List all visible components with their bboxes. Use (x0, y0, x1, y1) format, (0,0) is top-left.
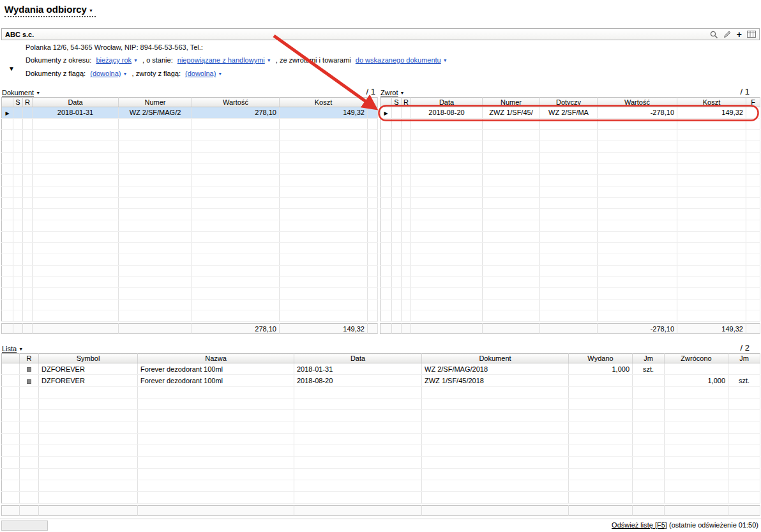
cell-jm1[interactable]: szt. (633, 363, 665, 375)
cell-sel[interactable] (2, 375, 20, 386)
search-icon[interactable] (709, 30, 718, 39)
data-row[interactable]: 2018-01-31WZ 2/SF/MAG/2278,10149,32 (2, 107, 378, 119)
returns-menu[interactable]: Zwrot (380, 89, 404, 96)
cell-wydano[interactable]: 1,000 (569, 363, 633, 375)
cell-r[interactable] (23, 107, 33, 119)
cell-arrow[interactable] (380, 107, 392, 119)
cell-dotyczy[interactable]: WZ 2/SF/MA (540, 107, 598, 119)
column-header-R[interactable]: R (20, 354, 39, 363)
cell-numer[interactable]: WZ 2/SF/MAG/2 (119, 107, 192, 119)
cell-wydano[interactable] (569, 375, 633, 386)
column-header-S[interactable]: S (13, 98, 23, 107)
table-columns-icon[interactable] (747, 30, 756, 38)
page-title[interactable]: Wydania odbiorcy (4, 4, 96, 17)
cell-wartosc (192, 277, 280, 288)
column-header-Data[interactable]: Data (33, 98, 119, 107)
data-row[interactable]: 2018-08-20ZWZ 1/SF/45/WZ 2/SF/MA-278,101… (380, 107, 760, 119)
refresh-link[interactable]: Odśwież listę [F5] (612, 521, 667, 529)
filter-target-doc-dropdown[interactable]: do wskazanego dokumentu (356, 56, 448, 64)
cell-arrow[interactable] (2, 107, 13, 119)
cell-f[interactable] (746, 107, 760, 119)
cell-r[interactable] (20, 363, 39, 375)
cell-arrow (2, 254, 13, 265)
cell-nazwa[interactable]: Forever dezodorant 100ml (138, 375, 294, 386)
empty-row (2, 209, 378, 220)
cell-zwrocono (665, 422, 728, 433)
column-header-Data[interactable]: Data (294, 354, 422, 363)
cell-data (33, 254, 119, 265)
column-header-Data[interactable]: Data (411, 98, 483, 107)
cell-zwrocono[interactable]: 1,000 (665, 375, 728, 386)
cell-sel[interactable] (2, 363, 20, 375)
column-header-Symbol[interactable]: Symbol (39, 354, 138, 363)
add-plus-icon[interactable] (737, 31, 742, 38)
cell-r[interactable] (20, 375, 39, 386)
cell-dokument[interactable]: ZWZ 1/SF/45/2018 (422, 375, 569, 386)
column-header-R[interactable]: R (23, 98, 33, 107)
empty-row (2, 422, 760, 433)
customer-selector-bar[interactable]: ABC s.c. (1, 28, 760, 40)
cell-arrow (380, 186, 392, 197)
column-header-Numer[interactable]: Numer (483, 98, 540, 107)
cell-jm2[interactable]: szt. (728, 375, 760, 386)
cell-r[interactable] (402, 107, 411, 119)
cell-koszt[interactable]: 149,32 (677, 107, 746, 119)
column-header-sel[interactable] (2, 354, 20, 363)
column-header-Zwrócono[interactable]: Zwrócono (665, 354, 728, 363)
column-header-Wartość[interactable]: Wartość (192, 98, 280, 107)
edit-pencil-icon[interactable] (723, 30, 732, 38)
page-title-text: Wydania odbiorcy (4, 4, 87, 15)
cell-nazwa (138, 457, 294, 468)
cell-f[interactable] (368, 107, 378, 119)
column-header-Koszt[interactable]: Koszt (677, 98, 746, 107)
collapse-filters-icon[interactable] (8, 65, 15, 72)
filter-flag-dropdown[interactable]: (dowolna) (90, 70, 127, 77)
column-header-Jm[interactable]: Jm (633, 354, 665, 363)
data-row[interactable]: DZFOREVERForever dezodorant 100ml2018-01… (2, 363, 760, 375)
column-header-S[interactable]: S (392, 98, 402, 107)
cell-koszt (280, 288, 368, 300)
cell-koszt[interactable]: 149,32 (280, 107, 368, 119)
cell-data[interactable]: 2018-01-31 (33, 107, 119, 119)
filter-state-dropdown[interactable]: niepowiązane z handlowymi (177, 56, 271, 64)
column-header-Koszt[interactable]: Koszt (280, 98, 368, 107)
cell-nazwa[interactable]: Forever dezodorant 100ml (138, 363, 294, 375)
column-header-F[interactable]: F (746, 98, 760, 107)
column-header-f[interactable] (368, 98, 378, 107)
items-menu[interactable]: Lista (2, 345, 23, 353)
cell-r (402, 254, 411, 265)
cell-wartosc (598, 299, 677, 310)
column-header-arrow[interactable] (380, 98, 392, 107)
column-header-R[interactable]: R (402, 98, 411, 107)
column-header-Wydano[interactable]: Wydano (569, 354, 633, 363)
cell-symbol[interactable]: DZFOREVER (39, 363, 138, 375)
cell-dokument[interactable]: WZ 2/SF/MAG/2018 (422, 363, 569, 375)
cell-numer[interactable]: ZWZ 1/SF/45/ (483, 107, 540, 119)
column-header-arrow[interactable] (2, 98, 13, 107)
cell-data[interactable]: 2018-01-31 (294, 363, 422, 375)
column-header-Dokument[interactable]: Dokument (422, 354, 569, 363)
cell-symbol[interactable]: DZFOREVER (39, 375, 138, 386)
cell-zwrocono (665, 492, 728, 503)
column-header-Jm[interactable]: Jm (728, 354, 760, 363)
cell-s[interactable] (13, 107, 23, 119)
data-row[interactable]: DZFOREVERForever dezodorant 100ml2018-08… (2, 375, 760, 386)
documents-menu[interactable]: Dokument (2, 89, 40, 96)
cell-data (411, 141, 483, 153)
cell-data[interactable]: 2018-08-20 (294, 375, 422, 386)
cell-jm1[interactable] (633, 375, 665, 386)
cell-r (23, 277, 33, 288)
column-header-Nazwa[interactable]: Nazwa (138, 354, 294, 363)
column-header-Numer[interactable]: Numer (119, 98, 192, 107)
cell-wartosc[interactable]: -278,10 (598, 107, 677, 119)
filter-return-flag-dropdown[interactable]: (dowolna) (185, 70, 222, 77)
cell-jm2[interactable] (728, 363, 760, 375)
cell-wartosc[interactable]: 278,10 (192, 107, 280, 119)
filter-period-dropdown[interactable]: bieżący rok (96, 56, 138, 64)
column-header-Dotyczy[interactable]: Dotyczy (540, 98, 598, 107)
column-header-Wartość[interactable]: Wartość (598, 98, 677, 107)
cell-s[interactable] (392, 107, 402, 119)
cell-data[interactable]: 2018-08-20 (411, 107, 483, 119)
cell-zwrocono[interactable] (665, 363, 728, 375)
cell-sel (2, 398, 20, 409)
